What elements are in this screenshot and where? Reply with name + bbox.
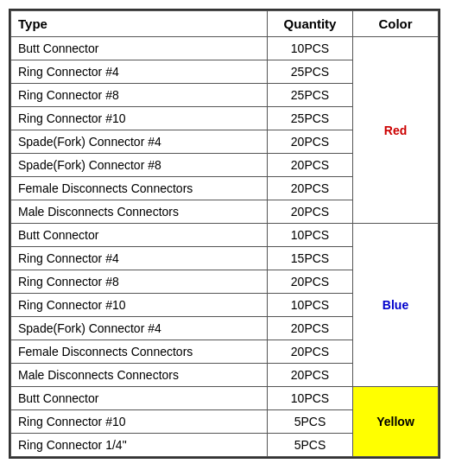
- cell-quantity: 10PCS: [268, 294, 353, 317]
- cell-quantity: 20PCS: [268, 340, 353, 364]
- cell-quantity: 25PCS: [268, 84, 353, 107]
- cell-quantity: 20PCS: [268, 154, 353, 177]
- table-row: Butt Connector10PCSRed: [11, 37, 439, 60]
- cell-quantity: 15PCS: [268, 247, 353, 270]
- header-quantity: Quantity: [268, 11, 353, 37]
- cell-quantity: 5PCS: [268, 410, 353, 434]
- cell-color: Blue: [353, 224, 439, 387]
- cell-type: Ring Connector #4: [11, 60, 268, 84]
- cell-type: Spade(Fork) Connector #8: [11, 154, 268, 177]
- cell-quantity: 20PCS: [268, 317, 353, 340]
- cell-type: Ring Connector #4: [11, 247, 268, 270]
- cell-type: Male Disconnects Connectors: [11, 200, 268, 224]
- cell-quantity: 20PCS: [268, 364, 353, 387]
- cell-type: Spade(Fork) Connector #4: [11, 130, 268, 154]
- cell-type: Ring Connector #8: [11, 270, 268, 294]
- cell-type: Female Disconnects Connectors: [11, 340, 268, 364]
- cell-quantity: 20PCS: [268, 177, 353, 200]
- cell-type: Ring Connector #8: [11, 84, 268, 107]
- table-header-row: Type Quantity Color: [11, 11, 439, 37]
- cell-quantity: 20PCS: [268, 130, 353, 154]
- cell-quantity: 5PCS: [268, 434, 353, 457]
- header-type: Type: [11, 11, 268, 37]
- cell-type: Male Disconnects Connectors: [11, 364, 268, 387]
- cell-type: Ring Connector 1/4": [11, 434, 268, 457]
- cell-type: Ring Connector #10: [11, 410, 268, 434]
- cell-color: Red: [353, 37, 439, 224]
- cell-quantity: 20PCS: [268, 270, 353, 294]
- cell-quantity: 20PCS: [268, 200, 353, 224]
- cell-type: Spade(Fork) Connector #4: [11, 317, 268, 340]
- connector-table: Type Quantity Color Butt Connector10PCSR…: [9, 9, 440, 459]
- cell-type: Ring Connector #10: [11, 107, 268, 130]
- cell-type: Ring Connector #10: [11, 294, 268, 317]
- table-row: Butt Connector10PCSBlue: [11, 224, 439, 247]
- cell-type: Butt Connector: [11, 37, 268, 60]
- cell-type: Butt Connector: [11, 387, 268, 410]
- cell-quantity: 10PCS: [268, 224, 353, 247]
- cell-color: Yellow: [353, 387, 439, 457]
- cell-quantity: 10PCS: [268, 37, 353, 60]
- cell-quantity: 25PCS: [268, 107, 353, 130]
- cell-quantity: 10PCS: [268, 387, 353, 410]
- cell-type: Female Disconnects Connectors: [11, 177, 268, 200]
- header-color: Color: [353, 11, 439, 37]
- cell-type: Butt Connector: [11, 224, 268, 247]
- table-row: Butt Connector10PCSYellow: [11, 387, 439, 410]
- cell-quantity: 25PCS: [268, 60, 353, 84]
